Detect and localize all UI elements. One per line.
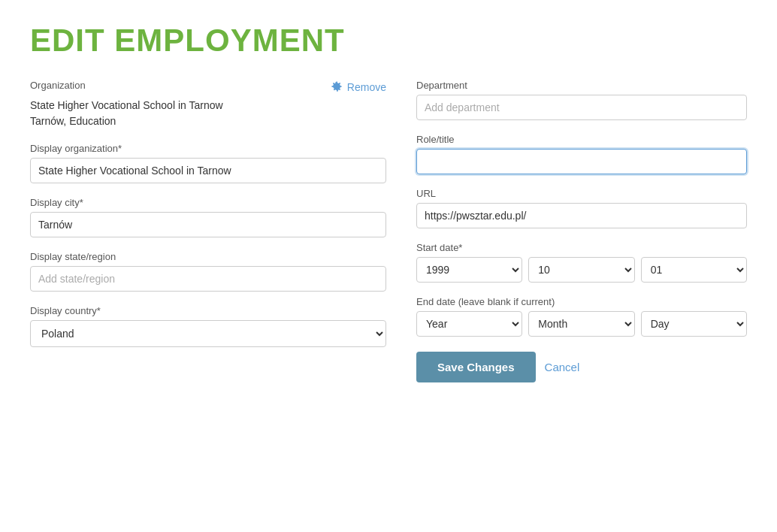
role-label: Role/title [416,134,747,145]
display-org-label: Display organization* [30,143,386,154]
org-info: State Higher Vocational School in Tarnow… [30,98,386,129]
cancel-button[interactable]: Cancel [545,352,580,382]
display-country-label: Display country* [30,305,386,316]
role-input[interactable] [416,149,747,174]
end-day-select[interactable]: Day [641,311,747,337]
page-title: EDIT EMPLOYMENT [30,23,747,59]
start-date-label: Start date* [416,242,747,253]
org-location: Tarnów, Education [30,113,386,129]
end-year-select[interactable]: Year [416,311,522,337]
end-date-label: End date (leave blank if current) [416,296,747,307]
remove-label: Remove [347,81,386,93]
org-label: Organization [30,80,86,91]
display-org-input[interactable] [30,158,386,183]
gear-icon [330,80,343,94]
dept-label: Department [416,80,747,91]
org-name: State Higher Vocational School in Tarnow [30,98,386,113]
display-city-label: Display city* [30,197,386,208]
remove-button[interactable]: Remove [330,80,386,94]
display-city-input[interactable] [30,212,386,237]
display-state-input[interactable] [30,266,386,292]
display-state-label: Display state/region [30,251,386,262]
start-month-select[interactable]: 10 [528,257,634,283]
start-day-select[interactable]: 01 [641,257,747,283]
url-input[interactable] [416,203,747,228]
display-country-select[interactable]: Poland [30,320,386,347]
url-label: URL [416,188,747,199]
start-year-select[interactable]: 1999 [416,257,522,283]
dept-input[interactable] [416,95,747,120]
end-month-select[interactable]: Month [528,311,634,337]
save-button[interactable]: Save Changes [416,352,536,382]
